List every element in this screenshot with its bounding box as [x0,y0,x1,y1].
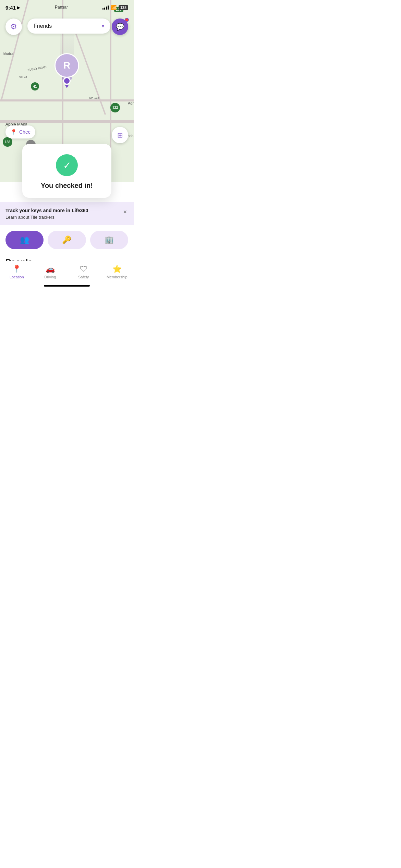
signal-bar-3 [106,7,107,10]
layers-button[interactable]: ⊞ [112,127,128,143]
chat-notification-badge [125,18,129,22]
check-in-button[interactable]: 📍 Chec [5,125,35,138]
route-badge-133: 133 [110,103,120,112]
tile-banner-title: Track your keys and more in Life360 [5,208,88,213]
banner-close-button[interactable]: × [122,208,128,216]
map-user-avatar: R [54,53,79,78]
checked-in-modal: ✓ You checked in! [22,144,111,198]
membership-nav-label: Membership [107,275,127,279]
route-badge-41: 41 [31,82,39,91]
home-indicator [44,285,90,287]
layers-icon: ⊞ [117,131,123,139]
pin-icon: 📍 [10,129,17,135]
building-action-button[interactable]: 🏢 [90,231,128,249]
map-road-label: SH 133 [89,96,99,99]
action-row: 👥 🔑 🏢 [0,225,134,255]
signal-bar-2 [104,8,105,10]
driving-nav-label: Driving [44,275,56,279]
pin-body [63,77,71,85]
key-icon: 🔑 [62,236,71,244]
nav-item-driving[interactable]: 🚗 Driving [34,265,67,279]
signal-bars [102,5,109,10]
nav-item-safety[interactable]: 🛡 Safety [67,265,100,279]
status-icons: 📶 138 [102,5,128,10]
location-arrow-icon: ▶ [17,5,20,10]
battery-icon: 138 [119,5,128,10]
checked-in-message: You checked in! [41,182,93,190]
map-road-label: ISAND ROAD [27,65,47,72]
building-icon: 🏢 [105,236,114,244]
map-road [0,99,134,101]
map-location-pin [63,77,71,88]
chevron-down-icon: ▾ [102,23,104,29]
status-time: 9:41 ▶ [5,5,20,11]
safety-nav-icon: 🛡 [80,265,87,274]
route-badge-138-left: 138 [3,137,12,147]
settings-button[interactable]: ⚙ [5,19,22,35]
gear-icon: ⚙ [10,22,17,31]
signal-bar-4 [108,5,109,10]
check-circle: ✓ [56,154,78,176]
signal-bar-1 [102,8,104,10]
nav-item-location[interactable]: 📍 Location [0,265,34,279]
membership-nav-icon: ⭐ [112,265,122,274]
status-bar: 9:41 ▶ 📶 138 [0,0,134,15]
wifi-icon: 📶 [111,5,117,10]
nav-item-membership[interactable]: ⭐ Membership [100,265,134,279]
check-in-label: Chec [19,129,31,135]
people-icon: 👥 [20,236,29,244]
chat-icon: 💬 [116,23,124,31]
location-nav-icon: 📍 [12,265,21,274]
checkmark-icon: ✓ [63,160,71,171]
location-nav-label: Location [10,275,24,279]
key-action-button[interactable]: 🔑 [48,231,86,249]
tile-banner: Track your keys and more in Life360 Lear… [0,202,134,225]
pin-tail [65,85,69,88]
tile-banner-subtitle: Learn about Tile trackers [5,215,88,220]
map-area-label: Adr [128,101,134,105]
driving-nav-icon: 🚗 [46,265,55,274]
map-road-label: SH 41 [19,75,27,79]
friends-dropdown-label: Friends [34,23,52,29]
tile-banner-content: Track your keys and more in Life360 Lear… [5,208,88,220]
people-action-button[interactable]: 👥 [5,231,44,249]
map-road [75,34,106,115]
chat-button[interactable]: 💬 [112,19,128,35]
map-area-label: hhatral [3,51,14,56]
friends-dropdown[interactable]: Friends ▾ [27,19,110,34]
safety-nav-label: Safety [78,275,89,279]
